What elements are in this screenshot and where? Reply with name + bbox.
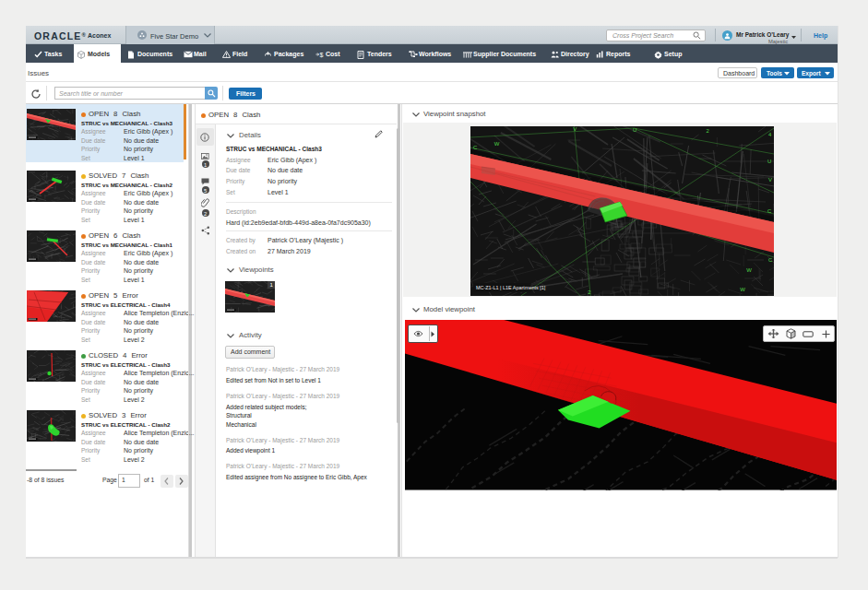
svg-text:W: W xyxy=(746,267,752,273)
svg-text:W: W xyxy=(740,287,745,292)
svg-text:U: U xyxy=(633,127,636,133)
svg-text:V: V xyxy=(768,177,772,183)
svg-text:C: C xyxy=(768,257,773,263)
svg-text:C: C xyxy=(767,208,772,214)
svg-text:W: W xyxy=(494,141,500,147)
svg-text:MC-Z1-L1 | L1E Apartments [1]: MC-Z1-L1 | L1E Apartments [1] xyxy=(476,285,546,290)
svg-text:$: $ xyxy=(320,51,324,57)
svg-text:C: C xyxy=(473,145,478,150)
svg-text:U: U xyxy=(767,159,771,164)
svg-text:V: V xyxy=(573,126,577,132)
